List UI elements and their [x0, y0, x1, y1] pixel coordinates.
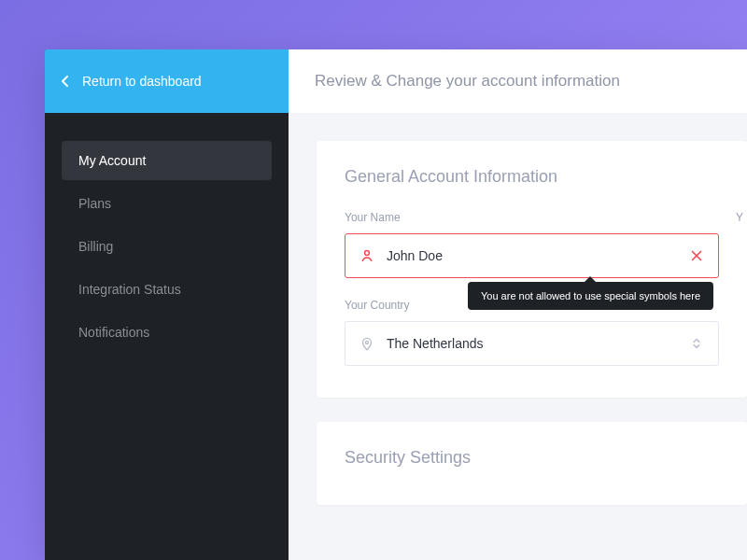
- general-card-title: General Account Information: [345, 167, 719, 187]
- page-header: Review & Change your account information: [289, 49, 747, 113]
- return-label: Return to dashboard: [82, 74, 202, 89]
- sidebar-item-integration-status[interactable]: Integration Status: [62, 270, 272, 309]
- clear-input-button[interactable]: [688, 247, 705, 264]
- sidebar: Return to dashboard My Account Plans Bil…: [45, 49, 289, 560]
- app-background: Return to dashboard My Account Plans Bil…: [0, 0, 747, 560]
- security-settings-card: Security Settings: [317, 422, 747, 505]
- page-title: Review & Change your account information: [315, 72, 620, 91]
- security-card-title: Security Settings: [345, 448, 719, 468]
- sidebar-item-billing[interactable]: Billing: [62, 227, 272, 266]
- country-field-group: Your Country The Netherlands: [345, 299, 719, 366]
- general-account-card: General Account Information Your Name: [317, 141, 747, 398]
- close-icon: [688, 247, 705, 264]
- app-window: Return to dashboard My Account Plans Bil…: [45, 49, 747, 560]
- name-field-group: Your Name: [345, 211, 719, 278]
- svg-point-1: [366, 341, 369, 343]
- svg-point-0: [365, 251, 370, 256]
- sidebar-nav: My Account Plans Billing Integration Sta…: [45, 113, 289, 380]
- person-icon: [359, 247, 375, 264]
- sidebar-item-plans[interactable]: Plans: [62, 184, 272, 223]
- main-panel: Review & Change your account information…: [289, 49, 747, 560]
- chevron-left-icon: [62, 76, 69, 87]
- chevron-up-down-icon: [688, 335, 705, 352]
- return-to-dashboard-button[interactable]: Return to dashboard: [45, 49, 289, 113]
- country-select[interactable]: The Netherlands: [345, 321, 719, 366]
- content-area: General Account Information Your Name: [289, 113, 747, 505]
- name-input[interactable]: [387, 248, 677, 263]
- name-field-label: Your Name: [345, 211, 719, 224]
- location-pin-icon: [359, 335, 375, 352]
- sidebar-item-my-account[interactable]: My Account: [62, 141, 272, 180]
- name-input-wrap: [345, 233, 719, 278]
- truncated-right-label: Y: [736, 211, 747, 224]
- select-stepper: [688, 335, 705, 352]
- country-value: The Netherlands: [387, 336, 677, 351]
- country-field-label: Your Country: [345, 299, 719, 312]
- sidebar-item-notifications[interactable]: Notifications: [62, 313, 272, 352]
